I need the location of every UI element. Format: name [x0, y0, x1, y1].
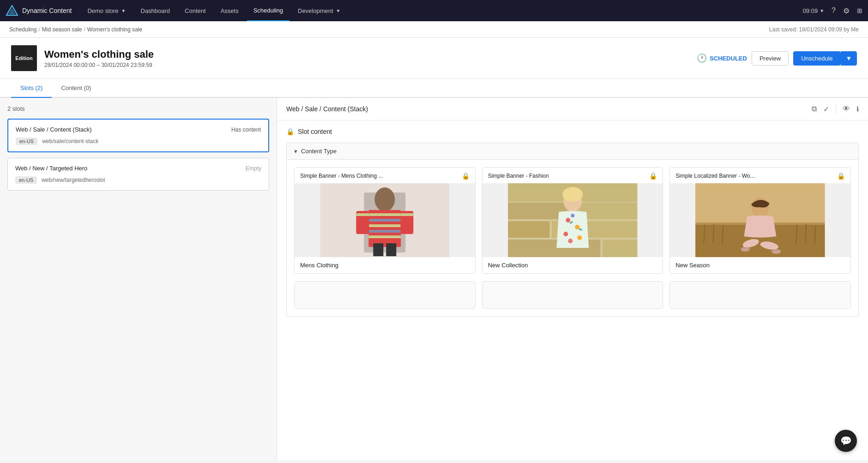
slot-content-header: 🔒 Slot content [286, 128, 859, 135]
last-saved-text: Last saved: 18/01/2024 09:09 by Me [769, 26, 859, 33]
breadcrumb-scheduling[interactable]: Scheduling [9, 26, 36, 33]
breadcrumb-sep-2: / [84, 26, 85, 33]
slot-card-1[interactable]: Web / Sale / Content (Stack) Has content… [7, 119, 269, 152]
app-logo[interactable]: Dynamic Content [6, 4, 72, 17]
main-layout: 2 slots Web / Sale / Content (Stack) Has… [0, 98, 868, 460]
extra-card-3[interactable] [669, 281, 851, 309]
breadcrumb-sep-1: / [38, 26, 40, 33]
nav-content[interactable]: Content [178, 0, 212, 21]
card-1-image [295, 183, 475, 257]
extra-card-2[interactable] [482, 281, 663, 309]
content-card-1[interactable]: Simple Banner - Mens Clothing ... 🔒 [294, 167, 476, 274]
content-type-header[interactable]: ▼ Content Type [287, 143, 858, 160]
chat-bubble[interactable]: 💬 [835, 430, 857, 452]
slot-1-path: web/sale/content-stack [42, 138, 98, 144]
info-icon[interactable]: ℹ [856, 105, 859, 113]
extra-card-1[interactable] [294, 281, 476, 309]
svg-rect-6 [368, 213, 401, 216]
settings-icon[interactable]: ⚙ [843, 6, 850, 15]
svg-rect-15 [356, 213, 369, 216]
tab-content[interactable]: Content (0) [52, 79, 100, 98]
svg-point-31 [571, 214, 574, 217]
svg-rect-8 [368, 224, 401, 227]
svg-point-49 [772, 249, 781, 254]
svg-point-26 [562, 187, 583, 202]
eye-icon[interactable]: 👁 [843, 105, 850, 113]
svg-rect-10 [368, 235, 401, 238]
header-actions: 🕐 SCHEDULED Preview Unschedule ▼ [697, 51, 857, 66]
card-1-header: Simple Banner - Mens Clothing ... 🔒 [295, 168, 475, 183]
content-card-3[interactable]: Simple Localized Banner - Wo... 🔒 [669, 167, 851, 274]
scheduled-badge: 🕐 SCHEDULED [697, 53, 747, 63]
content-type-chevron-icon: ▼ [293, 149, 298, 154]
page-header: Edition Women's clothing sale 28/01/2024… [0, 38, 868, 79]
nav-store[interactable]: Demo store ▼ [81, 0, 132, 21]
svg-point-32 [568, 239, 573, 243]
help-icon[interactable]: ? [832, 6, 836, 15]
logo-icon [6, 4, 18, 17]
card-3-footer: New Season [670, 257, 850, 273]
preview-button[interactable]: Preview [752, 51, 789, 66]
check-icon[interactable]: ✓ [823, 105, 829, 114]
content-type-label: Content Type [301, 148, 337, 155]
store-chevron-icon: ▼ [121, 8, 126, 13]
svg-rect-11 [373, 243, 383, 256]
slot-lock-icon: 🔒 [286, 128, 294, 135]
expand-icon[interactable]: ⊞ [857, 7, 862, 14]
page-dates: 28/01/2024 00:00:00 – 30/01/2024 23:59:5… [44, 62, 689, 68]
breadcrumb-mid-season[interactable]: Mid season sale [42, 26, 82, 33]
tabs-bar: Slots (2) Content (0) [0, 79, 868, 98]
svg-point-48 [741, 247, 750, 252]
card-2-image [482, 183, 663, 257]
unschedule-dropdown-button[interactable]: ▼ [841, 51, 857, 66]
nav-assets[interactable]: Assets [214, 0, 245, 21]
card-3-header: Simple Localized Banner - Wo... 🔒 [670, 168, 850, 183]
slot-2-tags: en-US web/new/targetedheroslot [15, 176, 261, 184]
right-panel-header: Web / Sale / Content (Stack) ⧉ ✓ 👁 ℹ [277, 98, 868, 120]
cards-grid: Simple Banner - Mens Clothing ... 🔒 [287, 160, 858, 281]
slot-content-area: 🔒 Slot content ▼ Content Type Simple Ban… [277, 120, 868, 331]
svg-point-27 [566, 218, 570, 222]
slot-content-label: Slot content [298, 128, 332, 135]
breadcrumb-current: Women's clothing sale [87, 26, 142, 33]
header-divider [836, 104, 836, 114]
unschedule-button[interactable]: Unschedule [793, 51, 841, 66]
nav-development[interactable]: Development ▼ [291, 0, 347, 21]
right-panel-title: Web / Sale / Content (Stack) [286, 105, 368, 113]
breadcrumb: Scheduling / Mid season sale / Women's c… [9, 26, 142, 33]
top-navigation: Dynamic Content Demo store ▼ Dashboard C… [0, 0, 868, 21]
scheduled-clock-icon: 🕐 [697, 53, 707, 63]
slot-2-name: Web / New / Targeted Hero [15, 165, 87, 172]
right-header-icons: ⧉ ✓ 👁 ℹ [812, 104, 859, 114]
content-card-2[interactable]: Simple Banner - Fashion 🔒 [482, 167, 663, 274]
svg-marker-1 [8, 8, 16, 14]
slot-2-path: web/new/targetedheroslot [42, 177, 105, 183]
svg-rect-24 [603, 240, 637, 257]
card-2-title: Simple Banner - Fashion [488, 173, 549, 179]
development-chevron-icon: ▼ [336, 8, 341, 13]
nav-scheduling[interactable]: Scheduling [247, 0, 289, 21]
cards-grid-extra [287, 281, 858, 316]
svg-rect-21 [508, 221, 549, 238]
slot-card-1-header: Web / Sale / Content (Stack) Has content [16, 126, 261, 133]
breadcrumb-bar: Scheduling / Mid season sale / Women's c… [0, 21, 868, 38]
page-title: Women's clothing sale [44, 48, 689, 60]
left-panel: 2 slots Web / Sale / Content (Stack) Has… [0, 98, 277, 460]
card-1-footer: Mens Clothing [295, 257, 475, 273]
svg-rect-12 [386, 243, 396, 256]
nav-dashboard[interactable]: Dashboard [134, 0, 177, 21]
card-3-image [670, 183, 850, 257]
app-name: Dynamic Content [22, 7, 72, 14]
slots-count: 2 slots [7, 105, 269, 112]
slot-card-2[interactable]: Web / New / Targeted Hero Empty en-US we… [7, 158, 269, 191]
slot-2-status: Empty [246, 165, 261, 172]
card-2-footer: New Collection [482, 257, 663, 273]
svg-rect-7 [368, 219, 401, 222]
nav-time[interactable]: 09:09 ▼ [803, 7, 824, 14]
svg-point-29 [563, 232, 568, 236]
copy-icon[interactable]: ⧉ [812, 105, 817, 113]
card-2-lock-icon: 🔒 [649, 172, 657, 180]
card-3-lock-icon: 🔒 [837, 172, 845, 180]
svg-rect-9 [368, 230, 401, 233]
tab-slots[interactable]: Slots (2) [11, 79, 52, 98]
